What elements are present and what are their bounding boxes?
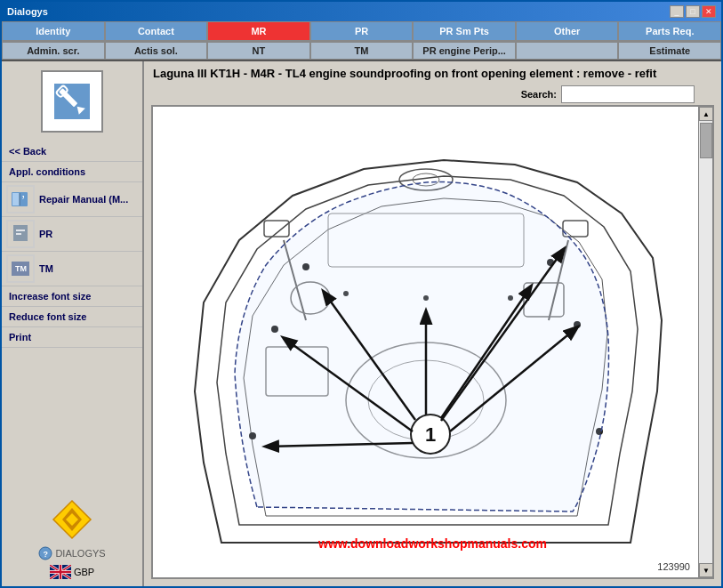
reduce-font-button[interactable]: Reduce font size xyxy=(2,307,142,327)
tab-tm[interactable]: TM xyxy=(310,42,414,60)
tab-admin-scr[interactable]: Admin. scr. xyxy=(2,42,105,60)
tab-pr-engine-perip[interactable]: PR engine Perip... xyxy=(413,42,516,60)
engine-diagram: 1 xyxy=(168,125,684,560)
info-icon: ? xyxy=(38,546,52,560)
tab-parts-req[interactable]: Parts Req. xyxy=(618,21,721,41)
titlebar: Dialogys _ □ ✕ xyxy=(2,2,721,21)
uk-flag-icon xyxy=(50,565,71,579)
pr-icon xyxy=(6,220,35,248)
svg-rect-6 xyxy=(12,193,20,205)
repair-manual-label: Repair Manual (M... xyxy=(39,194,128,205)
diagram-svg-area: 1 xyxy=(153,107,698,577)
tab-pr-sm-pts[interactable]: PR Sm Pts xyxy=(413,21,516,41)
maximize-button[interactable]: □ xyxy=(686,5,700,18)
scrollbar-track[interactable] xyxy=(699,121,712,563)
window-controls: _ □ ✕ xyxy=(670,5,716,18)
main-window: Dialogys _ □ ✕ Identity Contact MR PR PR… xyxy=(0,0,723,588)
tab-empty xyxy=(516,42,619,60)
svg-text:1: 1 xyxy=(424,423,435,446)
tm-label: TM xyxy=(39,263,53,274)
main-layout: << Back Appl. conditions xyxy=(2,61,721,586)
vertical-scrollbar: ▲ ▼ xyxy=(698,107,712,577)
content-area: Laguna III KT1H - M4R - TL4 engine sound… xyxy=(144,61,721,586)
pr-label: PR xyxy=(39,229,52,239)
sidebar-logo xyxy=(41,70,103,133)
tab-nt[interactable]: NT xyxy=(207,42,310,60)
sidebar: << Back Appl. conditions xyxy=(2,61,144,586)
appl-conditions[interactable]: Appl. conditions xyxy=(2,162,142,182)
tab-contact[interactable]: Contact xyxy=(105,21,208,41)
close-button[interactable]: ✕ xyxy=(702,5,716,18)
tab-actis-sol[interactable]: Actis sol. xyxy=(105,42,208,60)
sidebar-item-tm[interactable]: TM TM xyxy=(2,252,142,286)
nav-row-2: Admin. scr. Actis sol. NT TM PR engine P… xyxy=(2,42,721,61)
diagram-container: 1 xyxy=(151,105,714,579)
scroll-up-button[interactable]: ▲ xyxy=(699,107,713,121)
tab-mr[interactable]: MR xyxy=(207,21,310,41)
scroll-down-button[interactable]: ▼ xyxy=(699,563,713,577)
tm-icon: TM xyxy=(6,254,35,283)
window-title: Dialogys xyxy=(7,6,48,17)
watermark: www.downloadworkshopmanuals.com xyxy=(318,536,547,551)
sidebar-bottom: ? DIALOGYS xyxy=(38,497,105,586)
search-input[interactable] xyxy=(561,85,695,103)
tab-estimate[interactable]: Estimate xyxy=(618,42,721,60)
minimize-button[interactable]: _ xyxy=(670,5,684,18)
increase-font-button[interactable]: Increase font size xyxy=(2,286,142,307)
repair-manual-icon xyxy=(6,185,35,213)
svg-text:TM: TM xyxy=(15,264,27,273)
sidebar-item-repair-manual[interactable]: Repair Manual (M... xyxy=(2,182,142,217)
back-button[interactable]: << Back xyxy=(2,141,142,162)
sidebar-nav: << Back Appl. conditions xyxy=(2,141,142,348)
tab-other[interactable]: Other xyxy=(516,21,619,41)
wrench-icon xyxy=(50,79,94,124)
scrollbar-thumb[interactable] xyxy=(700,123,712,158)
flag-gbp: GBP xyxy=(50,565,94,579)
diagram-number: 123990 xyxy=(657,561,690,572)
sidebar-item-pr[interactable]: PR xyxy=(2,217,142,252)
tab-identity[interactable]: Identity xyxy=(2,21,105,41)
print-button[interactable]: Print xyxy=(2,327,142,348)
svg-text:?: ? xyxy=(44,550,49,559)
tab-pr[interactable]: PR xyxy=(310,21,414,41)
renault-logo xyxy=(50,497,94,542)
nav-row-1: Identity Contact MR PR PR Sm Pts Other P… xyxy=(2,21,721,42)
dialogys-label: ? DIALOGYS xyxy=(38,546,105,560)
search-bar: Search: xyxy=(144,84,721,105)
page-title: Laguna III KT1H - M4R - TL4 engine sound… xyxy=(144,61,721,84)
search-label: Search: xyxy=(521,89,557,100)
